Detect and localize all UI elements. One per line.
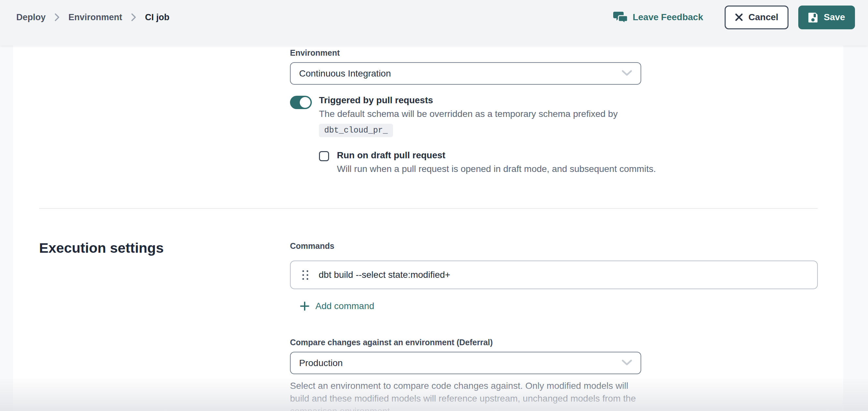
deferral-select-value: Production [299, 358, 343, 368]
execution-settings-title-col: Execution settings [13, 240, 290, 411]
leave-feedback-link[interactable]: Leave Feedback [613, 10, 703, 24]
header-actions: Leave Feedback Cancel Save [613, 5, 855, 29]
section-divider [39, 208, 818, 209]
breadcrumb: Deploy Environment CI job [16, 12, 169, 23]
breadcrumb-ci-job: CI job [145, 12, 169, 23]
draft-pr-description: Will run when a pull request is opened i… [337, 162, 656, 176]
execution-settings-title: Execution settings [39, 240, 290, 256]
chat-bubbles-icon [613, 10, 628, 24]
execution-settings-fields: Commands dbt build --select state:modifi… [290, 240, 818, 411]
pr-trigger-label: Triggered by pull requests [319, 95, 618, 105]
command-row: dbt build --select state:modified+ [290, 260, 818, 289]
draft-pr-label: Run on draft pull request [337, 150, 656, 161]
environment-label: Environment [290, 48, 843, 58]
schema-prefix-code: dbt_cloud_pr_ [319, 124, 393, 137]
grip-dots-icon[interactable] [301, 268, 310, 282]
add-command-label: Add command [315, 301, 374, 311]
deferral-description: Select an environment to compare code ch… [290, 379, 645, 411]
x-icon [735, 13, 743, 22]
cancel-label: Cancel [748, 12, 778, 23]
deferral-label: Compare changes against an environment (… [290, 338, 818, 347]
pr-trigger-row: Triggered by pull requests The default s… [290, 95, 843, 137]
add-command-button[interactable]: Add command [300, 301, 374, 311]
deferral-select[interactable]: Production [290, 352, 641, 374]
cancel-button[interactable]: Cancel [725, 5, 788, 29]
chevron-down-icon [621, 69, 633, 78]
leave-feedback-label: Leave Feedback [633, 12, 703, 23]
chevron-right-icon [131, 12, 136, 22]
breadcrumb-environment[interactable]: Environment [68, 12, 122, 23]
top-bar: Deploy Environment CI job Leave Feedback… [0, 0, 868, 45]
draft-pr-row: Run on draft pull request Will run when … [319, 150, 843, 176]
breadcrumb-deploy[interactable]: Deploy [16, 12, 45, 23]
chevron-down-icon [621, 359, 633, 367]
save-label: Save [824, 12, 845, 23]
content-panel: Environment Continuous Integration Trigg… [13, 45, 843, 411]
environment-section: Environment Continuous Integration Trigg… [290, 48, 843, 176]
save-button[interactable]: Save [798, 5, 855, 29]
environment-select-value: Continuous Integration [299, 68, 391, 79]
pr-trigger-toggle[interactable] [290, 96, 312, 109]
environment-select[interactable]: Continuous Integration [290, 62, 641, 85]
draft-pr-checkbox[interactable] [319, 151, 329, 161]
toggle-knob [300, 97, 311, 108]
chevron-right-icon [54, 12, 60, 22]
commands-label: Commands [290, 241, 818, 251]
plus-icon [300, 301, 310, 311]
execution-settings-section: Execution settings Commands dbt build --… [13, 240, 843, 411]
command-input[interactable]: dbt build --select state:modified+ [319, 270, 450, 280]
pr-trigger-description: The default schema will be overridden as… [319, 107, 618, 121]
floppy-disk-icon [808, 12, 818, 23]
